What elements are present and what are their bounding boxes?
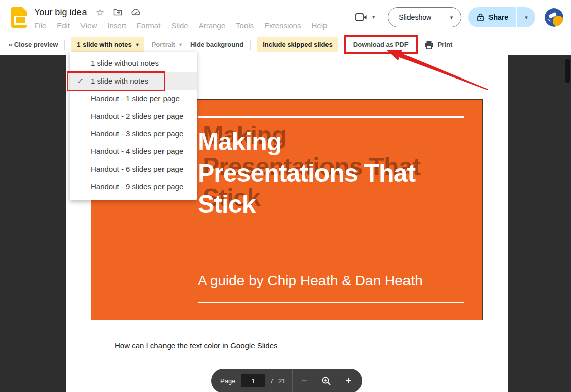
menu-item-handout-3-per-page[interactable]: Handout - 3 slides per page [70, 125, 197, 142]
toolbar-divider [250, 40, 251, 50]
share-button[interactable]: Share [468, 7, 516, 27]
document-title[interactable]: Your big idea [34, 7, 87, 18]
header-actions: ▾ Slideshow ▾ Share ▾ [355, 0, 571, 34]
chevron-down-icon: ▾ [179, 42, 182, 47]
toolbar-divider [64, 40, 65, 50]
page-label: Page [220, 377, 235, 385]
close-preview-button[interactable]: « Close preview [9, 41, 58, 48]
share-options-button[interactable]: ▾ [516, 7, 535, 27]
zoom-fit-button[interactable] [315, 376, 337, 386]
menu-item-handout-4-per-page[interactable]: Handout - 4 slides per page [70, 142, 197, 160]
page-controls: Page / 21 − + [211, 369, 362, 392]
menu-item-handout-2-per-page[interactable]: Handout - 2 slides per page [70, 107, 197, 125]
menu-insert[interactable]: Insert [107, 21, 126, 30]
menu-item-handout-9-per-page[interactable]: Handout - 9 slides per page [70, 178, 197, 195]
slide-subtitle: A guide by Chip Heath & Dan Heath [198, 273, 423, 289]
meet-camera-button[interactable]: ▾ [355, 13, 375, 22]
slideshow-split-button: Slideshow ▾ [388, 7, 461, 27]
menu-help[interactable]: Help [311, 21, 327, 30]
page-total: 21 [278, 377, 285, 385]
chevron-down-icon: ▾ [450, 15, 453, 20]
orientation-dropdown-button: Portrait ▾ [152, 41, 182, 48]
menu-edit[interactable]: Edit [57, 21, 70, 30]
menu-file[interactable]: File [34, 21, 46, 30]
menu-tools[interactable]: Tools [236, 21, 254, 30]
page-separator: / [271, 377, 273, 385]
check-icon: ✓ [74, 76, 87, 86]
download-as-pdf-label: Download as PDF [353, 41, 409, 48]
print-button[interactable]: Print [424, 40, 453, 49]
title-area: Your big idea ☆ File Edit View Insert Fo… [34, 6, 327, 30]
chevron-down-icon: ▾ [136, 42, 139, 47]
chevron-down-icon[interactable]: ▾ [372, 15, 375, 20]
account-avatar[interactable] [545, 8, 563, 27]
slide-rule-top [198, 116, 464, 118]
print-label: Print [438, 41, 453, 48]
slideshow-options-button[interactable]: ▾ [442, 8, 461, 27]
zoom-in-button[interactable]: + [337, 375, 359, 387]
zoom-out-button[interactable]: − [293, 375, 315, 387]
include-skipped-slides-toggle[interactable]: Include skipped slides [257, 37, 338, 52]
scrollbar-thumb[interactable] [565, 59, 570, 83]
magnifier-plus-icon [321, 376, 331, 386]
download-as-pdf-button[interactable]: Download as PDF [344, 35, 418, 54]
printer-icon [424, 40, 434, 49]
lock-icon [477, 13, 484, 21]
slide-title: Making Presentations That Stick [198, 126, 415, 220]
share-label: Share [488, 13, 508, 21]
menu-item-1-slide-without-notes[interactable]: 1 slide without notes [70, 54, 197, 72]
layout-dropdown-button[interactable]: 1 slide with notes ▾ [71, 37, 144, 52]
print-layout-menu: 1 slide without notes ✓ 1 slide with not… [70, 52, 197, 200]
camera-icon [355, 13, 368, 22]
menu-format[interactable]: Format [137, 21, 161, 30]
hide-background-button[interactable]: Hide background [190, 41, 243, 48]
cloud-saved-icon [131, 7, 141, 17]
share-split-button: Share ▾ [468, 7, 535, 27]
app-header: Your big idea ☆ File Edit View Insert Fo… [0, 0, 571, 34]
menu-slide[interactable]: Slide [171, 21, 188, 30]
menu-view[interactable]: View [80, 21, 97, 30]
menu-item-1-slide-with-notes[interactable]: ✓ 1 slide with notes [70, 72, 197, 90]
page-number-input[interactable] [241, 374, 265, 387]
google-slides-print-preview: Your big idea ☆ File Edit View Insert Fo… [0, 0, 571, 392]
slides-logo-icon[interactable] [11, 7, 27, 28]
move-folder-icon[interactable] [113, 7, 123, 17]
menu-arrange[interactable]: Arrange [199, 21, 225, 30]
menu-item-handout-1-per-page[interactable]: Handout - 1 slide per page [70, 90, 197, 107]
slideshow-button[interactable]: Slideshow [388, 8, 442, 27]
chevron-down-icon: ▾ [525, 15, 528, 20]
layout-dropdown-label: 1 slide with notes [77, 41, 131, 48]
menu-item-handout-6-per-page[interactable]: Handout - 6 slides per page [70, 160, 197, 178]
speaker-notes-text: How can I change the text color in Googl… [115, 341, 278, 350]
menu-bar: File Edit View Insert Format Slide Arran… [34, 21, 327, 30]
orientation-label: Portrait [152, 41, 175, 48]
star-icon[interactable]: ☆ [95, 7, 105, 17]
menu-extensions[interactable]: Extensions [264, 21, 301, 30]
slide-rule-bottom [198, 302, 464, 303]
